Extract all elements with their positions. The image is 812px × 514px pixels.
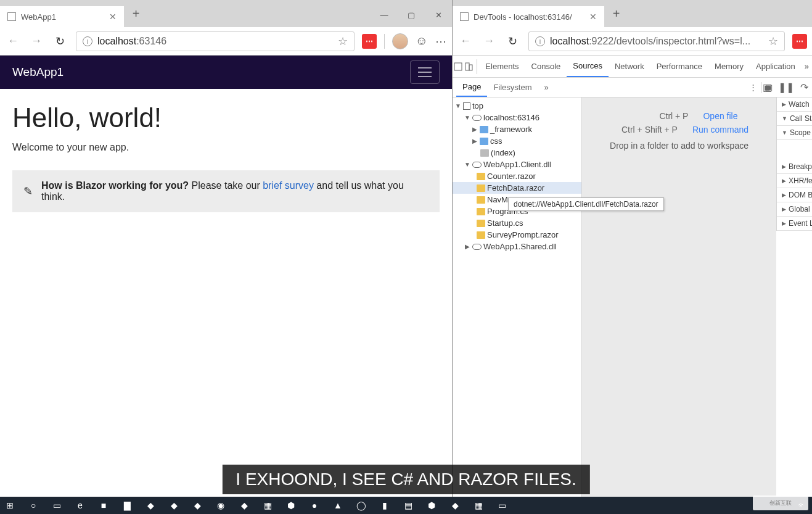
profile-avatar[interactable] xyxy=(392,33,408,49)
url-host: localhost xyxy=(97,36,136,46)
app-icon[interactable]: ◉ xyxy=(213,499,228,512)
app-icon[interactable]: ▦ xyxy=(471,499,486,512)
extension-icon[interactable]: ⋯ xyxy=(362,34,377,49)
devtools-tab-application[interactable]: Application xyxy=(750,56,802,77)
tree-file-index[interactable]: (index) xyxy=(453,147,581,159)
devtools-tab-performance[interactable]: Performance xyxy=(650,56,708,77)
app-icon[interactable]: ■ xyxy=(96,499,111,512)
tree-file[interactable]: SurveyPrompt.razor xyxy=(453,229,581,241)
url-input[interactable]: i localhost:63146 ☆ xyxy=(76,31,355,51)
debugger-section[interactable]: ▶XHR/fetch xyxy=(777,174,812,188)
app-icon[interactable]: ⬢ xyxy=(284,499,298,512)
debugger-controls: ▣ ❚❚ ↷ xyxy=(776,78,812,97)
browser-tab[interactable]: WebApp1 ✕ xyxy=(0,6,124,27)
reload-icon[interactable]: ↻ xyxy=(504,35,521,48)
watermark-logo: 创新互联 xyxy=(753,495,808,510)
tree-file[interactable]: FetchData.razor xyxy=(453,182,581,194)
page-heading: Hello, world! xyxy=(12,102,440,133)
site-info-icon[interactable]: i xyxy=(83,36,92,46)
favorite-icon[interactable]: ☆ xyxy=(768,35,778,48)
minimize-icon[interactable]: — xyxy=(371,6,398,24)
tree-client-dll[interactable]: ▼WebApp1.Client.dll xyxy=(453,159,581,170)
app-icon[interactable]: ◆ xyxy=(237,499,252,512)
debugger-section[interactable]: ▶Event Listeners xyxy=(777,217,812,231)
shortcut-cmd-keys: Ctrl + Shift + P xyxy=(610,125,678,135)
tree-folder-framework[interactable]: ▶_framework xyxy=(453,123,581,135)
devtools-tab-sources[interactable]: Sources xyxy=(567,56,609,77)
sources-subtab-page[interactable]: Page xyxy=(456,78,487,97)
new-tab-button[interactable]: + xyxy=(604,7,629,21)
svg-rect-2 xyxy=(469,65,472,70)
survey-link[interactable]: brief survey xyxy=(263,180,314,191)
more-subtabs-icon[interactable]: » xyxy=(538,83,555,92)
tree-folder-css[interactable]: ▶css xyxy=(453,135,581,147)
debugger-section[interactable]: ▶Watch xyxy=(777,97,812,112)
back-icon[interactable]: ← xyxy=(5,35,21,48)
debugger-section[interactable]: ▶Global Listeners xyxy=(777,202,812,217)
shortcut-cmd-label[interactable]: Run command xyxy=(692,125,748,135)
browser-tab-devtools[interactable]: DevTools - localhost:63146/ ✕ xyxy=(453,6,604,27)
cortana-icon[interactable]: ○ xyxy=(26,499,41,512)
shortcut-open-label[interactable]: Open file xyxy=(703,111,737,121)
maximize-icon[interactable]: ▢ xyxy=(398,6,425,24)
app-icon[interactable]: ● xyxy=(307,499,322,512)
forward-icon[interactable]: → xyxy=(481,35,497,48)
file-tree[interactable]: ▼top ▼localhost:63146 ▶_framework ▶css (… xyxy=(453,97,582,514)
url-input[interactable]: i localhost:9222/devtools/inspector.html… xyxy=(528,31,785,51)
tree-shared-dll[interactable]: ▶WebApp1.Shared.dll xyxy=(453,241,581,252)
app-icon[interactable]: ▭ xyxy=(494,499,509,512)
devtools-tab-console[interactable]: Console xyxy=(525,56,567,77)
feedback-icon[interactable]: ☺ xyxy=(416,34,428,48)
vs-icon-3[interactable]: ◆ xyxy=(190,499,205,512)
app-icon[interactable]: ▮ xyxy=(377,499,392,512)
taskview-icon[interactable]: ▭ xyxy=(49,499,64,512)
reload-icon[interactable]: ↻ xyxy=(52,35,68,48)
tree-top[interactable]: ▼top xyxy=(453,100,581,112)
favorite-icon[interactable]: ☆ xyxy=(338,35,348,48)
tree-file[interactable]: Startup.cs xyxy=(453,217,581,229)
new-tab-button[interactable]: + xyxy=(124,7,149,21)
app-icon[interactable]: ⬢ xyxy=(424,499,439,512)
tree-host[interactable]: ▼localhost:63146 xyxy=(453,112,581,123)
shortcut-open-keys: Ctrl + P xyxy=(620,111,688,121)
devtools-tab-network[interactable]: Network xyxy=(609,56,650,77)
close-tab-icon[interactable]: ✕ xyxy=(109,12,117,22)
start-icon[interactable]: ⊞ xyxy=(2,499,17,512)
vs-icon[interactable]: ◆ xyxy=(143,499,158,512)
menu-icon[interactable]: ⋯ xyxy=(435,35,447,48)
app-icon[interactable]: ▦ xyxy=(260,499,275,512)
debugger-section[interactable]: ▶Breakpoints xyxy=(777,160,812,174)
step-over-icon[interactable]: ↷ xyxy=(800,81,808,93)
devtools-tab-elements[interactable]: Elements xyxy=(479,56,525,77)
app-icon[interactable]: ▲ xyxy=(330,499,345,512)
extension-icon[interactable]: ⋯ xyxy=(792,34,807,49)
forward-icon[interactable]: → xyxy=(28,35,44,48)
svg-rect-1 xyxy=(465,63,469,70)
hamburger-icon[interactable] xyxy=(410,60,440,84)
debugger-section[interactable]: ▼Scope xyxy=(777,126,812,140)
tab-bar-left: WebApp1 ✕ + — ▢ ✕ xyxy=(0,0,452,27)
close-window-icon[interactable]: ✕ xyxy=(425,6,452,24)
debugger-section[interactable]: ▼Call Stack xyxy=(777,112,812,126)
app-icon[interactable]: ◯ xyxy=(354,499,369,512)
explorer-icon[interactable]: ▇ xyxy=(120,499,134,512)
device-toggle-icon[interactable] xyxy=(463,56,474,77)
devtools-tab-memory[interactable]: Memory xyxy=(708,56,750,77)
close-tab-icon[interactable]: ✕ xyxy=(589,12,597,22)
back-icon[interactable]: ← xyxy=(457,35,474,48)
tree-file[interactable]: Counter.razor xyxy=(453,170,581,182)
debugger-section[interactable]: ▶DOM Breakpoints xyxy=(777,188,812,202)
app-icon[interactable]: ▤ xyxy=(401,499,416,512)
more-tools-icon[interactable]: » xyxy=(802,56,812,77)
kebab-icon[interactable]: ⋮ xyxy=(749,83,757,92)
app-icon[interactable]: ◆ xyxy=(448,499,462,512)
url-host: localhost xyxy=(550,36,589,46)
toggle-panel-icon[interactable]: ▣ xyxy=(763,81,772,93)
vs-icon-2[interactable]: ◆ xyxy=(166,499,181,512)
app-navbar: WebApp1 xyxy=(0,56,452,89)
site-info-icon[interactable]: i xyxy=(535,36,545,46)
edge-icon[interactable]: e xyxy=(73,499,88,512)
inspect-icon[interactable] xyxy=(453,56,463,77)
sources-subtab-filesystem[interactable]: Filesystem xyxy=(487,78,538,97)
pause-icon[interactable]: ❚❚ xyxy=(778,81,794,93)
